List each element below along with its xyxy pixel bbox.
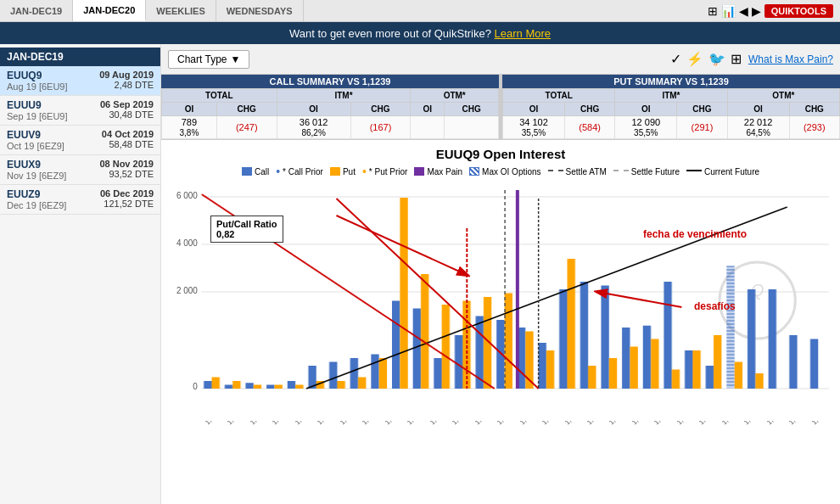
legend-put-label: Put [343, 167, 356, 176]
call-summary-header: CALL SUMMARY VS 1,1239 [161, 75, 499, 88]
toolbar-left: Chart Type ▼ [168, 50, 249, 69]
chart-icon[interactable]: 📊 [721, 4, 736, 18]
x-label: 1,1600 [832, 421, 833, 426]
sidebar-item-euuz9[interactable]: EUUZ9 Dec 19 [6EZ9] 06 Dec 2019 121,52 D… [0, 185, 160, 215]
lightning-icon[interactable]: ⚡ [686, 51, 703, 67]
sidebar-item-euuu9[interactable]: EUUU9 Sep 19 [6EU9] 06 Sep 2019 30,48 DT… [0, 96, 160, 126]
col-chg5: CHG [677, 103, 727, 116]
sidebar-item-dte: 2,48 DTE [99, 80, 154, 90]
legend-call-label: Call [255, 167, 269, 176]
sidebar: JAN-DEC19 EUUQ9 Aug 19 [6EU9] 09 Aug 201… [0, 44, 161, 504]
col-oi3: OI [411, 103, 445, 116]
legend-put-prior-dot: • [362, 165, 367, 178]
legend-max-oi: Max OI Options [469, 167, 540, 176]
legend-current-future-label: Current Future [704, 167, 759, 176]
twitter-icon[interactable]: 🐦 [708, 51, 725, 67]
sidebar-item-label: EUUX9 [7, 159, 66, 171]
sidebar-item-euuq9[interactable]: EUUQ9 Aug 19 [6EU9] 09 Aug 2019 2,48 DTE [0, 66, 160, 96]
x-label: 1,0850 [204, 421, 224, 426]
x-label: 1,1200 [496, 421, 516, 426]
nav-icons-area: ⊞ 📊 ◀ ▶ QUIKTOOLS [708, 4, 840, 18]
legend-put: Put [330, 167, 356, 176]
x-axis-strike-labels: 1,08501,09001,09251,09501,09751,10001,10… [168, 421, 833, 428]
chart-legend: Call • * Call Prior Put • * Put Prior Ma… [168, 165, 833, 178]
put-total-chg: (584) [564, 116, 614, 139]
x-label: 1,1000 [316, 421, 336, 426]
sidebar-item-sub: Dec 19 [6EZ9] [7, 200, 66, 210]
legend-current-future-line [686, 170, 702, 171]
sidebar-item-euux9[interactable]: EUUX9 Nov 19 [6EZ9] 08 Nov 2019 93,52 DT… [0, 155, 160, 185]
max-pain-link[interactable]: What is Max Pain? [748, 53, 833, 65]
sidebar-item-date: 08 Nov 2019 [99, 159, 154, 169]
call-total-oi: 7893,8% [162, 116, 217, 139]
col-chg4: CHG [564, 103, 614, 116]
col-oi5: OI [615, 103, 677, 116]
legend-call-prior-dot: • [276, 165, 280, 178]
col-oi: OI [162, 103, 217, 116]
legend-call-prior-label: * Call Prior [283, 167, 323, 176]
chart-area: EUUQ9 Open Interest Call • * Call Prior … [161, 140, 840, 504]
x-label: 1,0900 [226, 421, 246, 426]
x-label: 1,1325 [608, 421, 628, 426]
settings-icon[interactable]: ⊞ [708, 4, 718, 18]
legend-current-future: Current Future [686, 167, 759, 176]
col-chg6: CHG [789, 103, 839, 116]
x-label: 1,1100 [406, 421, 426, 426]
call-total-header: TOTAL [162, 89, 277, 103]
legend-max-pain: Max Pain [414, 167, 462, 176]
legend-settle-future-label: Settle Future [631, 167, 680, 176]
x-label: 1,1525 [787, 421, 808, 426]
banner-link[interactable]: Learn More [495, 27, 551, 40]
content-area: Chart Type ▼ ✓ ⚡ 🐦 ⊞ What is Max Pain? C… [161, 44, 840, 504]
tab-wednesdays[interactable]: WEDNESDAYS [216, 0, 304, 21]
legend-settle-atm-label: Settle ATM [566, 167, 607, 176]
chart-title: EUUQ9 Open Interest [168, 147, 833, 161]
sidebar-item-sub: Nov 19 [6EZ9] [7, 171, 66, 181]
x-label: 1,1423 [697, 421, 718, 426]
x-label: 1,0950 [271, 421, 291, 426]
x-label: 1,1125 [428, 421, 449, 426]
tab-jan-dec20[interactable]: JAN-DEC20 [73, 0, 146, 21]
x-label: 1,1475 [742, 421, 763, 426]
chart-container: 6 000 4 000 2 000 0 Q Put/Call Rat [168, 182, 833, 419]
tab-jan-dec19[interactable]: JAN-DEC19 [0, 0, 73, 21]
put-total-oi: 34 10235,5% [503, 116, 565, 139]
col-oi2: OI [277, 103, 350, 116]
legend-max-pain-label: Max Pain [427, 167, 462, 176]
sidebar-item-date: 06 Dec 2019 [100, 188, 154, 199]
quiktools-button[interactable]: QUIKTOOLS [764, 4, 833, 18]
sidebar-item-date: 09 Aug 2019 [99, 70, 154, 80]
sidebar-item-sub: Aug 19 [6EU9] [7, 81, 68, 92]
put-summary-table: PUT SUMMARY VS 1,1239 TOTAL ITM* OTM* OI… [502, 75, 840, 139]
x-label: 1,1250 [540, 421, 561, 426]
arrow-next-icon[interactable]: ▶ [752, 4, 761, 18]
legend-settle-atm: Settle ATM [548, 167, 607, 176]
check-icon[interactable]: ✓ [670, 51, 681, 67]
put-otm-header: OTM* [727, 89, 839, 103]
legend-settle-future: Settle Future [613, 167, 680, 176]
call-otm-oi [411, 116, 445, 139]
sidebar-item-euuv9[interactable]: EUUV9 Oct 19 [6EZ9] 04 Oct 2019 58,48 DT… [0, 126, 160, 155]
top-navigation: JAN-DEC19 JAN-DEC20 WEEKLIES WEDNESDAYS … [0, 0, 840, 22]
arrow-prev-icon[interactable]: ◀ [739, 4, 748, 18]
legend-max-pain-box [414, 167, 424, 176]
legend-call-prior: • * Call Prior [276, 165, 323, 178]
grid-icon[interactable]: ⊞ [731, 51, 742, 67]
x-label: 1,1175 [473, 421, 494, 426]
call-itm-oi: 36 01286,2% [277, 116, 350, 139]
toolbar-icons: ✓ ⚡ 🐦 ⊞ [670, 51, 742, 67]
chart-type-button[interactable]: Chart Type ▼ [168, 50, 249, 69]
sidebar-item-dte: 93,52 DTE [99, 169, 154, 179]
legend-put-prior: • * Put Prior [362, 165, 407, 178]
banner: Want to get even more out of QuikStrike?… [0, 22, 840, 44]
x-label: 1,1375 [652, 421, 673, 426]
tab-weeklies[interactable]: WEEKLIES [146, 0, 216, 21]
legend-max-oi-label: Max OI Options [482, 167, 540, 176]
col-chg: CHG [216, 103, 277, 116]
put-otm-chg: (293) [789, 116, 839, 139]
x-label: 1,1225 [518, 421, 539, 426]
x-label: 1,1050 [361, 421, 381, 426]
col-chg2: CHG [350, 103, 411, 116]
legend-max-oi-box [469, 167, 479, 176]
sidebar-item-label: EUUV9 [7, 129, 64, 141]
